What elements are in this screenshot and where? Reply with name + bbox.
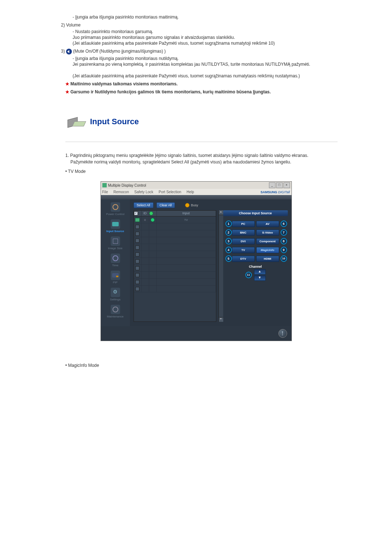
row-checkbox[interactable] bbox=[135, 239, 139, 243]
item-3-suffix: (Mute On/Off (Nutildymo įjungimas/išjung… bbox=[73, 49, 166, 54]
brand-logo: SAMSUNG DIGITall bbox=[261, 190, 290, 194]
item-3-mute: 3) (Mute On/Off (Nutildymo įjungimas/išj… bbox=[61, 49, 338, 54]
grid-row[interactable] bbox=[134, 279, 216, 285]
header-divider bbox=[101, 195, 291, 199]
maximize-button[interactable]: □ bbox=[276, 182, 283, 188]
row-checkbox[interactable] bbox=[135, 266, 139, 270]
panel-header: Choose Input Source bbox=[223, 210, 288, 216]
clear-all-button[interactable]: Clear All bbox=[156, 202, 175, 208]
row-id: 0 bbox=[142, 216, 149, 223]
col-input: Input bbox=[157, 211, 216, 216]
sidebar-item-pip[interactable]: PIP bbox=[101, 271, 130, 284]
row-checkbox[interactable] bbox=[135, 280, 139, 284]
sidebar-label-maintenance: Maintenance bbox=[101, 315, 130, 318]
grid-row[interactable] bbox=[134, 272, 216, 279]
menubar: File Remocon Safety Lock Port Selection … bbox=[101, 189, 291, 195]
sidebar-item-image-size[interactable]: Image Size bbox=[101, 236, 130, 250]
sidebar-item-power-control[interactable]: Power Control bbox=[101, 202, 130, 216]
scroll-up-button[interactable]: ▲ bbox=[219, 210, 223, 215]
sidebar-item-time[interactable]: Time bbox=[101, 254, 130, 267]
sidebar-label-input-source: Input Source bbox=[101, 230, 130, 233]
input-source-icon bbox=[111, 219, 120, 229]
sidebar: Power Control Input Source Image Size Ti… bbox=[101, 199, 130, 326]
badge-6: 6 bbox=[281, 220, 287, 227]
row-checkbox[interactable] bbox=[135, 273, 139, 277]
row-checkbox[interactable] bbox=[135, 259, 139, 263]
input-source-panel: Choose Input Source 1 PC AV 6 2 BNC S-Vi… bbox=[223, 210, 288, 322]
item-2-dash: - Nustato pasirinkto monitoriaus garsumą… bbox=[73, 29, 338, 34]
close-button[interactable]: × bbox=[283, 182, 290, 188]
select-all-button[interactable]: Select All bbox=[134, 202, 154, 208]
source-magicinfo-button[interactable]: MagicInfo bbox=[256, 247, 279, 253]
scroll-down-button[interactable]: ▼ bbox=[219, 317, 223, 322]
section-header: Input Source bbox=[65, 116, 338, 127]
menu-safety-lock[interactable]: Safety Lock bbox=[134, 190, 153, 194]
document-page: - Įjungia arba išjungia pasirinkto monit… bbox=[33, 0, 359, 387]
menu-port-selection[interactable]: Port Selection bbox=[159, 190, 181, 194]
grid-row[interactable] bbox=[134, 244, 216, 251]
bullet-magicinfo-mode: • MagicInfo Mode bbox=[65, 363, 338, 368]
source-svideo-button[interactable]: S-Video bbox=[256, 230, 279, 236]
intro-dash1: - Įjungia arba išjungia pasirinkto monit… bbox=[73, 15, 338, 20]
badge-9: 9 bbox=[281, 247, 287, 253]
row-checkbox[interactable] bbox=[135, 287, 139, 291]
device-grid: ID Input 0 TV bbox=[134, 210, 216, 322]
item-2-line-b: (Jei atšaukiate pasirinkimą arba pasiren… bbox=[73, 41, 338, 46]
busy-label: Busy bbox=[191, 203, 198, 207]
row-checkbox[interactable] bbox=[135, 225, 139, 229]
menu-file[interactable]: File bbox=[102, 190, 108, 194]
sidebar-label-image-size: Image Size bbox=[101, 247, 130, 250]
instruction-1: 1. Pagrindinių piktogramų meniu spragtel… bbox=[65, 153, 338, 158]
source-bnc-button[interactable]: BNC bbox=[232, 230, 255, 236]
grid-row[interactable] bbox=[134, 237, 216, 244]
row-checkbox[interactable] bbox=[135, 246, 139, 250]
badge-5: 5 bbox=[225, 255, 232, 262]
source-component-button[interactable]: Component bbox=[256, 238, 279, 244]
source-hdmi-button[interactable]: HDMI bbox=[256, 256, 279, 262]
scroll-track[interactable] bbox=[219, 215, 223, 317]
busy-dot-icon bbox=[185, 203, 189, 207]
header-checkbox[interactable] bbox=[134, 211, 138, 215]
pip-icon bbox=[111, 271, 120, 280]
badge-11: 11 bbox=[245, 272, 252, 278]
sidebar-label-pip: PIP bbox=[101, 281, 130, 284]
row-checkbox[interactable] bbox=[135, 252, 139, 256]
source-dvi-button[interactable]: DVI bbox=[232, 238, 255, 244]
sidebar-label-settings: Settings bbox=[101, 298, 130, 301]
info-icon[interactable]: ! bbox=[278, 329, 287, 338]
item-3-line-b: (Jei atšaukiate pasirinkimą arba pasiren… bbox=[73, 73, 338, 78]
grid-row[interactable] bbox=[134, 285, 216, 292]
minimize-button[interactable]: _ bbox=[269, 182, 275, 188]
badge-4: 4 bbox=[225, 247, 232, 253]
menu-remocon[interactable]: Remocon bbox=[113, 190, 129, 194]
item-2-volume: 2) Volume bbox=[61, 23, 338, 28]
badge-3: 3 bbox=[225, 238, 232, 244]
instruction-1b: Pažymėkite norimą valdyti monitorių, spr… bbox=[70, 159, 338, 165]
toolbar: Select All Clear All Busy bbox=[134, 202, 288, 208]
app-window: Multiple Display Control _ □ × File Remo… bbox=[101, 181, 292, 341]
grid-row[interactable] bbox=[134, 251, 216, 258]
row-checkbox[interactable] bbox=[135, 232, 139, 236]
sidebar-item-maintenance[interactable]: Maintenance bbox=[101, 305, 130, 318]
channel-up-button[interactable]: ▲ bbox=[254, 269, 266, 275]
power-icon bbox=[111, 202, 120, 212]
menu-help[interactable]: Help bbox=[187, 190, 194, 194]
channel-down-button[interactable]: ▼ bbox=[254, 275, 266, 281]
grid-scrollbar[interactable]: ▲ ▼ bbox=[219, 210, 223, 322]
item-3-prefix: 3) bbox=[61, 49, 65, 54]
grid-row[interactable] bbox=[134, 265, 216, 272]
channel-label: Channel bbox=[223, 265, 288, 268]
sidebar-item-settings[interactable]: Settings bbox=[101, 288, 130, 301]
maintenance-icon bbox=[111, 305, 120, 314]
grid-row-0[interactable]: 0 TV bbox=[134, 216, 216, 223]
badge-10: 10 bbox=[281, 255, 287, 262]
source-pc-button[interactable]: PC bbox=[232, 221, 255, 227]
sidebar-label-power: Power Control bbox=[101, 212, 130, 216]
source-dtv-button[interactable]: DTV bbox=[232, 256, 255, 262]
grid-row[interactable] bbox=[134, 258, 216, 265]
grid-row[interactable] bbox=[134, 223, 216, 230]
source-tv-button[interactable]: TV bbox=[232, 247, 255, 253]
sidebar-item-input-source[interactable]: Input Source bbox=[101, 219, 130, 233]
grid-row[interactable] bbox=[134, 230, 216, 237]
source-av-button[interactable]: AV bbox=[256, 221, 279, 227]
